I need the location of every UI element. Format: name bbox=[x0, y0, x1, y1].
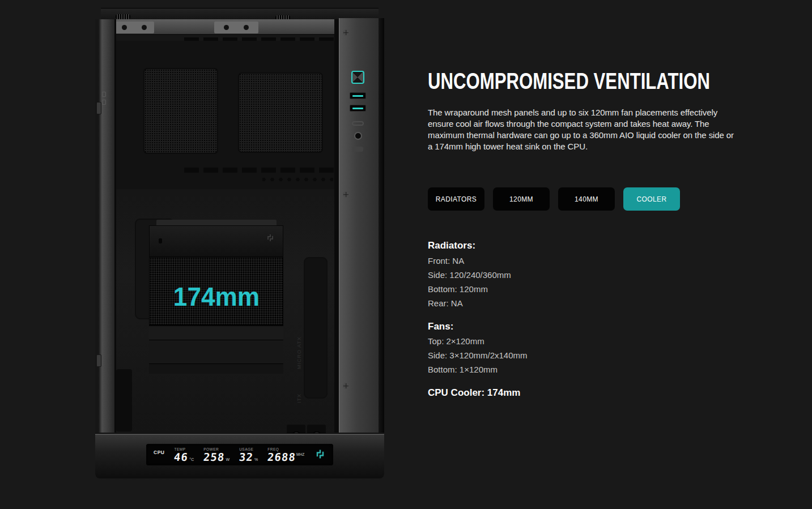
tab-group: RADIATORS 120MM 140MM COOLER bbox=[428, 187, 680, 211]
vent-slots bbox=[184, 168, 334, 173]
section-description: The wraparound mesh panels and up to six… bbox=[428, 107, 741, 152]
lock-mark-icon bbox=[102, 100, 106, 105]
bracket-hole bbox=[224, 25, 229, 30]
mount-bracket bbox=[214, 22, 258, 33]
case-base: CPU TEMP46°C POWER258W USAGE32% FREQ2688… bbox=[95, 433, 384, 478]
tray-marking-micro-atx: MICRO ATX bbox=[296, 336, 302, 369]
cpu-cooler-band bbox=[149, 340, 283, 363]
tab-140mm[interactable]: 140MM bbox=[558, 187, 615, 211]
screw-icon bbox=[343, 191, 349, 198]
screw-icon bbox=[343, 383, 349, 389]
screw-icon bbox=[343, 29, 349, 36]
panel-latch bbox=[96, 354, 101, 367]
tab-cooler[interactable]: COOLER bbox=[623, 187, 680, 211]
bracket-hole bbox=[244, 25, 249, 30]
ventilation-feature-section: MICRO ATX ITX bbox=[0, 0, 812, 509]
status-display: CPU TEMP46°C POWER258W USAGE32% FREQ2688… bbox=[146, 444, 333, 465]
mesh-fan-grille bbox=[143, 68, 218, 154]
cooler-height-label: 174mm bbox=[173, 281, 259, 312]
deepcool-logo-icon bbox=[266, 233, 275, 243]
display-cpu-label: CPU bbox=[154, 450, 164, 455]
vent-holes bbox=[262, 177, 333, 182]
tab-radiators[interactable]: RADIATORS bbox=[428, 187, 484, 211]
cable-bundle bbox=[116, 369, 132, 431]
cpu-cooler-spec: CPU Cooler: 174mm bbox=[428, 387, 520, 399]
display-metric-temp: TEMP46°C bbox=[174, 447, 194, 463]
deepcool-logo-icon bbox=[314, 447, 326, 461]
power-button-icon bbox=[351, 71, 364, 84]
usb-a-port-icon bbox=[350, 92, 366, 99]
case-top-cap bbox=[101, 8, 379, 19]
lock-mark-icon bbox=[102, 92, 106, 97]
case-right-edge bbox=[379, 18, 384, 433]
spec-line: Top: 2×120mm bbox=[428, 336, 484, 346]
fan-mount-panel bbox=[116, 41, 334, 189]
spec-line: Rear: NA bbox=[428, 298, 463, 308]
mesh-fan-grille bbox=[238, 72, 323, 153]
radiators-heading: Radiators: bbox=[428, 240, 475, 251]
case-photo: MICRO ATX ITX bbox=[95, 8, 384, 478]
panel-latch bbox=[96, 102, 101, 114]
tray-marking-itx: ITX bbox=[296, 393, 302, 403]
panel-seam bbox=[334, 19, 339, 433]
cooler-led bbox=[159, 238, 162, 243]
cpu-cooler-cap bbox=[149, 225, 283, 257]
spec-line: Front: NA bbox=[428, 256, 464, 266]
audio-jack-icon bbox=[354, 132, 362, 140]
bracket-hole bbox=[122, 25, 127, 30]
front-panel bbox=[339, 18, 379, 433]
cpu-cooler-fins: 174mm bbox=[149, 257, 283, 325]
cpu-cooler-band bbox=[149, 325, 283, 340]
spec-line: Bottom: 1×120mm bbox=[428, 365, 498, 374]
section-title: UNCOMPROMISED VENTILATION bbox=[428, 69, 710, 93]
usb-c-port-icon bbox=[352, 121, 364, 126]
bracket-hole bbox=[142, 25, 147, 30]
case-left-frame bbox=[95, 19, 116, 433]
display-metric-power: POWER258W bbox=[203, 447, 229, 463]
spec-line: Bottom: 120mm bbox=[428, 284, 488, 294]
tab-120mm[interactable]: 120MM bbox=[493, 187, 550, 211]
display-metric-freq: FREQ2688MHZ bbox=[267, 447, 304, 463]
case-top-rail bbox=[99, 19, 375, 35]
display-metric-usage: USAGE32% bbox=[239, 447, 258, 463]
reset-button-icon bbox=[352, 147, 363, 152]
fans-heading: Fans: bbox=[428, 321, 453, 332]
thumbscrew bbox=[116, 14, 130, 19]
usb-a-port-icon bbox=[350, 105, 366, 112]
spec-line: Side: 3×120mm/2x140mm bbox=[428, 350, 528, 360]
tray-cutout bbox=[304, 257, 328, 399]
spec-line: Side: 120/240/360mm bbox=[428, 270, 511, 280]
cpu-cooler-base bbox=[149, 363, 283, 374]
